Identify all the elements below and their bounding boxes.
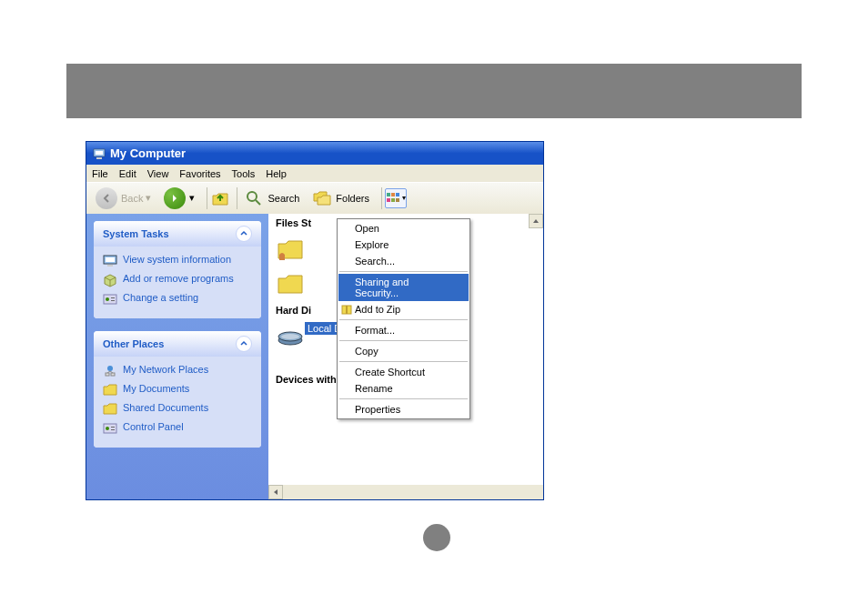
svg-rect-2 [96,157,102,159]
folders-icon [312,188,332,208]
svg-rect-19 [106,373,109,376]
folder-icon [276,269,305,298]
explorer-window: My Computer File Edit View Favorites Too… [86,141,544,500]
change-setting[interactable]: Change a setting [103,292,252,307]
shared-folder-icon [276,235,305,264]
ctx-separator [339,340,468,341]
folder-icon [103,383,117,398]
menu-help[interactable]: Help [266,168,287,179]
svg-rect-6 [391,193,395,196]
add-remove-programs[interactable]: Add or remove programs [103,273,252,287]
ctx-rename[interactable]: Rename [338,380,469,397]
svg-point-18 [107,366,113,371]
svg-rect-13 [107,265,113,267]
ctx-add-to-zip[interactable]: Add to Zip [338,301,469,317]
search-icon [244,188,264,208]
svg-rect-8 [387,198,390,202]
menu-tools[interactable]: Tools [232,168,256,179]
svg-rect-10 [396,198,399,202]
other-places-body: My Network Places My Documents Shared Do… [94,357,261,448]
system-tasks-panel: System Tasks View system information Add… [94,221,261,318]
ctx-separator [339,398,468,399]
svg-point-24 [106,427,109,430]
other-places-header[interactable]: Other Places [94,331,261,357]
my-documents[interactable]: My Documents [103,383,252,398]
svg-rect-26 [111,429,115,430]
gray-circle [423,524,450,551]
svg-rect-25 [111,427,115,428]
ctx-separator [339,361,468,362]
folder-icon [103,402,117,417]
views-icon [386,192,400,205]
view-system-info[interactable]: View system information [103,254,252,268]
zip-icon [340,303,353,316]
folders-button[interactable]: Folders [308,186,373,210]
hard-disk-icon [276,322,305,351]
context-menu: Open Explore Search... Sharing and Secur… [337,218,470,419]
title-bar: My Computer [86,142,543,165]
svg-point-15 [106,297,109,301]
toolbar: Back ▾ ▾ Search Folders [86,183,543,214]
search-button[interactable]: Search [240,186,303,210]
system-tasks-body: View system information Add or remove pr… [94,247,261,318]
window-title: My Computer [110,146,186,160]
svg-point-29 [281,334,299,339]
forward-icon [164,187,186,209]
sidebar: System Tasks View system information Add… [86,214,268,499]
svg-rect-9 [391,198,395,202]
menu-favorites[interactable]: Favorites [179,168,220,179]
control-icon [103,421,117,436]
svg-rect-1 [96,151,103,155]
ctx-create-shortcut[interactable]: Create Shortcut [338,364,469,380]
views-button[interactable]: ▾ [385,188,407,208]
forward-button[interactable]: ▾ [160,186,198,211]
up-folder-button[interactable] [210,188,230,208]
collapse-icon[interactable] [236,226,252,242]
menu-file[interactable]: File [92,168,108,179]
shared-documents[interactable]: Shared Documents [103,402,252,417]
svg-point-3 [247,192,257,201]
scroll-up-button[interactable] [529,214,543,228]
menu-bar: File Edit View Favorites Tools Help [86,165,543,183]
svg-rect-5 [387,193,390,196]
ctx-properties[interactable]: Properties [338,401,469,418]
ctx-copy[interactable]: Copy [338,343,469,359]
box-icon [103,273,117,287]
control-panel[interactable]: Control Panel [103,421,252,436]
menu-edit[interactable]: Edit [119,168,136,179]
ctx-format[interactable]: Format... [338,322,469,338]
control-icon [103,292,117,307]
back-button: Back ▾ [92,186,155,211]
ctx-separator [339,319,468,320]
ctx-sharing-security[interactable]: Sharing and Security... [338,274,469,301]
system-tasks-header[interactable]: System Tasks [94,221,261,247]
svg-rect-7 [396,193,399,196]
svg-rect-16 [111,297,115,298]
svg-rect-20 [111,373,115,376]
svg-rect-12 [106,257,115,262]
svg-line-4 [256,200,260,205]
menu-view[interactable]: View [147,168,169,179]
my-computer-icon [92,146,106,161]
back-icon [96,187,117,209]
gray-header-bar [66,64,802,118]
ctx-explore[interactable]: Explore [338,237,469,253]
monitor-icon [103,254,117,268]
network-icon [103,364,117,378]
content-area: System Tasks View system information Add… [86,214,543,499]
ctx-separator [339,271,468,272]
ctx-search[interactable]: Search... [338,253,469,269]
svg-rect-31 [346,306,348,314]
ctx-open[interactable]: Open [338,220,469,237]
horizontal-scrollbar[interactable] [268,485,543,499]
svg-rect-17 [111,300,115,301]
my-network-places[interactable]: My Network Places [103,364,252,378]
scroll-left-button[interactable] [268,485,283,499]
other-places-panel: Other Places My Network Places My Docume… [94,331,261,448]
collapse-icon[interactable] [236,336,252,352]
